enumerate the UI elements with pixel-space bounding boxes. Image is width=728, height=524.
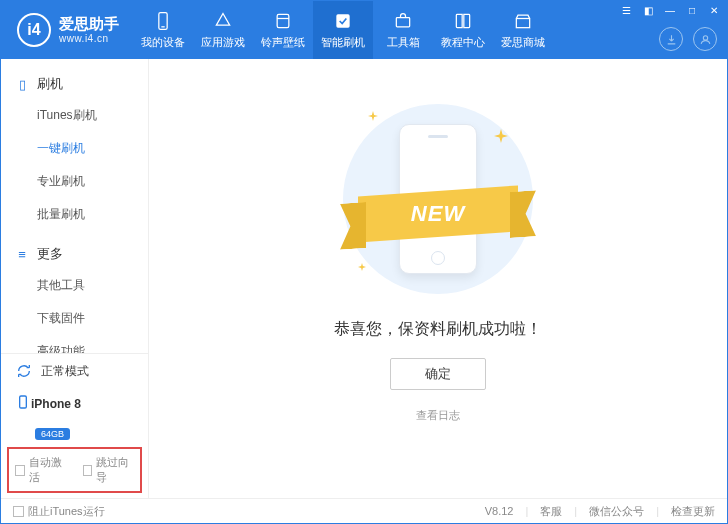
sidebar-item-itunes-flash[interactable]: iTunes刷机 <box>1 99 148 132</box>
flash-icon <box>333 11 353 31</box>
maximize-icon[interactable]: □ <box>685 5 699 16</box>
toolbox-icon <box>393 11 413 31</box>
app-header: i4 爱思助手 www.i4.cn 我的设备 应用游戏 铃声壁纸 智能刷机 工具… <box>1 1 727 59</box>
sidebar-group-title: 刷机 <box>37 75 63 93</box>
checkbox-auto-activate[interactable]: 自动激活 <box>15 455 67 485</box>
nav-label: 我的设备 <box>141 35 185 50</box>
logo-mark: i4 <box>17 13 51 47</box>
update-link[interactable]: 检查更新 <box>671 504 715 519</box>
nav-store[interactable]: 爱思商城 <box>493 1 553 59</box>
sidebar-group-more[interactable]: ≡ 更多 <box>1 239 148 269</box>
sidebar-group-title: 更多 <box>37 245 63 263</box>
options-highlight-box: 自动激活 跳过向导 <box>7 447 142 493</box>
confirm-button[interactable]: 确定 <box>390 358 486 390</box>
sidebar-item-advanced[interactable]: 高级功能 <box>1 335 148 353</box>
nav-label: 铃声壁纸 <box>261 35 305 50</box>
download-button[interactable] <box>659 27 683 51</box>
nav-device[interactable]: 我的设备 <box>133 1 193 59</box>
minimize-icon[interactable]: — <box>663 5 677 16</box>
device-row[interactable]: iPhone 8 <box>1 388 148 423</box>
sidebar-item-download-firmware[interactable]: 下载固件 <box>1 302 148 335</box>
svg-rect-8 <box>20 396 27 408</box>
device-icon <box>15 394 31 413</box>
list-icon: ≡ <box>15 247 29 262</box>
store-icon <box>513 11 533 31</box>
success-illustration: NEW <box>328 99 548 299</box>
success-message: 恭喜您，保资料刷机成功啦！ <box>334 319 542 340</box>
svg-rect-4 <box>336 14 349 27</box>
sidebar-item-batch-flash[interactable]: 批量刷机 <box>1 198 148 231</box>
nav-label: 爱思商城 <box>501 35 545 50</box>
svg-rect-5 <box>396 17 409 26</box>
device-name: iPhone 8 <box>31 397 81 411</box>
nav-flash[interactable]: 智能刷机 <box>313 1 373 59</box>
checkbox-block-itunes[interactable]: 阻止iTunes运行 <box>13 504 105 519</box>
svg-rect-2 <box>277 14 289 27</box>
phone-icon <box>153 11 173 31</box>
svg-rect-6 <box>516 18 529 27</box>
status-bar: 阻止iTunes运行 V8.12 | 客服 | 微信公众号 | 检查更新 <box>1 498 727 523</box>
window-controls: ☰ ◧ — □ ✕ <box>619 5 721 16</box>
apps-icon <box>213 11 233 31</box>
sidebar-item-other-tools[interactable]: 其他工具 <box>1 269 148 302</box>
svg-point-7 <box>703 35 707 39</box>
app-url: www.i4.cn <box>59 33 119 44</box>
nav-label: 应用游戏 <box>201 35 245 50</box>
device-mode-label: 正常模式 <box>41 363 89 380</box>
checkbox-skip-guide[interactable]: 跳过向导 <box>83 455 135 485</box>
checkbox-label: 跳过向导 <box>96 455 134 485</box>
tutorial-icon <box>453 11 473 31</box>
nav-tools[interactable]: 工具箱 <box>373 1 433 59</box>
nav-label: 智能刷机 <box>321 35 365 50</box>
main-panel: NEW 恭喜您，保资料刷机成功啦！ 确定 查看日志 <box>149 59 727 499</box>
ringtone-icon <box>273 11 293 31</box>
nav-apps[interactable]: 应用游戏 <box>193 1 253 59</box>
app-name: 爱思助手 <box>59 16 119 33</box>
logo: i4 爱思助手 www.i4.cn <box>1 13 133 47</box>
checkbox-label: 自动激活 <box>29 455 67 485</box>
checkbox-label: 阻止iTunes运行 <box>28 504 105 519</box>
nav-label: 工具箱 <box>387 35 420 50</box>
nav-ring[interactable]: 铃声壁纸 <box>253 1 313 59</box>
phone-small-icon: ▯ <box>15 77 29 92</box>
account-button[interactable] <box>693 27 717 51</box>
nav-tutorial[interactable]: 教程中心 <box>433 1 493 59</box>
menu-icon[interactable]: ☰ <box>619 5 633 16</box>
top-nav: 我的设备 应用游戏 铃声壁纸 智能刷机 工具箱 教程中心 爱思商城 <box>133 1 553 59</box>
nav-label: 教程中心 <box>441 35 485 50</box>
version-label: V8.12 <box>485 505 514 517</box>
sidebar-item-oneclick-flash[interactable]: 一键刷机 <box>1 132 148 165</box>
view-log-link[interactable]: 查看日志 <box>416 408 460 423</box>
storage-badge: 64GB <box>35 428 70 440</box>
device-mode-row[interactable]: 正常模式 <box>1 354 148 388</box>
sidebar: ▯ 刷机 iTunes刷机 一键刷机 专业刷机 批量刷机 ≡ 更多 其他工具 下… <box>1 59 149 499</box>
skin-icon[interactable]: ◧ <box>641 5 655 16</box>
refresh-icon <box>15 362 33 380</box>
sidebar-group-flash[interactable]: ▯ 刷机 <box>1 69 148 99</box>
close-icon[interactable]: ✕ <box>707 5 721 16</box>
sidebar-item-pro-flash[interactable]: 专业刷机 <box>1 165 148 198</box>
wechat-link[interactable]: 微信公众号 <box>589 504 644 519</box>
support-link[interactable]: 客服 <box>540 504 562 519</box>
ribbon-text: NEW <box>411 201 465 227</box>
